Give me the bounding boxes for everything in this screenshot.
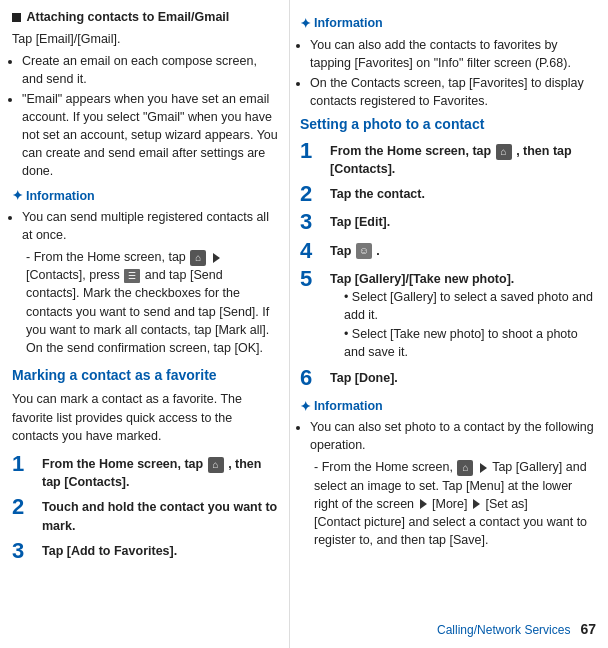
footer-section: Calling/Network Services bbox=[437, 621, 570, 639]
info3-dash3: [More] bbox=[432, 497, 467, 511]
right-step4: 4 Tap ☺ . bbox=[300, 239, 596, 263]
section2-title: Marking a contact as a favorite bbox=[12, 365, 279, 386]
arrow-icon2 bbox=[480, 463, 487, 473]
bullets1-list: Create an email on each compose screen, … bbox=[12, 52, 279, 181]
left-step3-num: 3 bbox=[12, 539, 38, 563]
right-step5: 5 Tap [Gallery]/[Take new photo]. Select… bbox=[300, 267, 596, 363]
info1-bullet1: You can send multiple registered contact… bbox=[22, 208, 279, 244]
right-step2-num: 2 bbox=[300, 182, 326, 206]
left-step3-bold: Tap [Add to Favorites]. bbox=[42, 544, 177, 558]
arrow-icon4 bbox=[473, 499, 480, 509]
home-icon2: ⌂ bbox=[208, 457, 224, 473]
info1-header-text: Information bbox=[26, 187, 95, 206]
right-step5-bold: Tap [Gallery]/[Take new photo]. bbox=[330, 270, 596, 288]
right-step1-num: 1 bbox=[300, 139, 326, 163]
info1-header: ✦ Information bbox=[12, 186, 279, 206]
bullet1-item1: Create an email on each compose screen, … bbox=[22, 52, 279, 88]
left-step3: 3 Tap [Add to Favorites]. bbox=[12, 539, 279, 563]
left-column: Attaching contacts to Email/Gmail Tap [E… bbox=[0, 0, 290, 648]
left-step1-num: 1 bbox=[12, 452, 38, 476]
heading1-sub: Tap [Email]/[Gmail]. bbox=[12, 30, 279, 49]
heading1-text: Attaching contacts to Email/Gmail bbox=[26, 10, 229, 24]
left-step2-bold: Touch and hold the contact you want to m… bbox=[42, 500, 277, 532]
left-step1-bold: From the Home screen, tap ⌂ , then tap [… bbox=[42, 457, 261, 489]
right-step1: 1 From the Home screen, tap ⌂ , then tap… bbox=[300, 139, 596, 178]
section2-body: You can mark a contact as a favorite. Th… bbox=[12, 390, 279, 446]
right-step2: 2 Tap the contact. bbox=[300, 182, 596, 206]
info3-bullets: You can also set photo to a contact by t… bbox=[300, 418, 596, 454]
arrow-icon3 bbox=[420, 499, 427, 509]
right-step5-sub1: Select [Gallery] to select a saved photo… bbox=[330, 288, 596, 324]
info2-header: ✦ Information bbox=[300, 14, 596, 34]
right-step1-text1: From the Home screen, tap bbox=[330, 144, 491, 158]
arrow-icon1 bbox=[213, 253, 220, 263]
black-square-icon bbox=[12, 13, 21, 22]
bullet1-item2: "Email" appears when you have set an ema… bbox=[22, 90, 279, 181]
info3-bullet1: You can also set photo to a contact by t… bbox=[310, 418, 596, 454]
info1-dash-text1: From the Home screen, tap bbox=[34, 250, 186, 264]
left-heading1: Attaching contacts to Email/Gmail bbox=[12, 8, 279, 27]
left-step2-text: Touch and hold the contact you want to m… bbox=[42, 495, 279, 534]
info2-header-text: Information bbox=[314, 14, 383, 33]
info3-dash1: From the Home screen, bbox=[322, 460, 453, 474]
right-step6-text: Tap [Done]. bbox=[330, 366, 398, 387]
right-step3: 3 Tap [Edit]. bbox=[300, 210, 596, 234]
info3-diamond-icon: ✦ bbox=[300, 397, 311, 417]
menu-icon: ☰ bbox=[124, 269, 140, 283]
right-step4-text1: Tap bbox=[330, 244, 351, 258]
left-step1: 1 From the Home screen, tap ⌂ , then tap… bbox=[12, 452, 279, 491]
left-step1-text1: From the Home screen, tap bbox=[42, 457, 203, 471]
home-icon4: ⌂ bbox=[457, 460, 473, 476]
home-icon: ⌂ bbox=[190, 250, 206, 266]
right-step4-bold: Tap ☺ . bbox=[330, 244, 380, 258]
left-step2-num: 2 bbox=[12, 495, 38, 519]
info2-bullets: You can also add the contacts to favorit… bbox=[300, 36, 596, 111]
left-step1-text: From the Home screen, tap ⌂ , then tap [… bbox=[42, 452, 279, 491]
right-step1-text: From the Home screen, tap ⌂ , then tap [… bbox=[330, 139, 596, 178]
footer-pagenum: 67 bbox=[580, 619, 596, 640]
right-step5-text: Tap [Gallery]/[Take new photo]. Select [… bbox=[330, 267, 596, 363]
right-column: ✦ Information You can also add the conta… bbox=[290, 0, 608, 648]
info3-dash4: [Set as] bbox=[485, 497, 527, 511]
info2-diamond-icon: ✦ bbox=[300, 14, 311, 34]
right-step5-num: 5 bbox=[300, 267, 326, 291]
person-icon: ☺ bbox=[356, 243, 372, 259]
info1-diamond-icon: ✦ bbox=[12, 186, 23, 206]
page-footer: Calling/Network Services 67 bbox=[437, 619, 596, 640]
info1-bullets: You can send multiple registered contact… bbox=[12, 208, 279, 244]
info1-dash: From the Home screen, tap ⌂ [Contacts], … bbox=[12, 248, 279, 357]
info3-dash5: [Contact picture] and select a contact y… bbox=[314, 515, 587, 547]
right-step3-num: 3 bbox=[300, 210, 326, 234]
info1-dash-text2: [Contacts], press bbox=[26, 268, 120, 282]
right-step6-num: 6 bbox=[300, 366, 326, 390]
left-step3-text: Tap [Add to Favorites]. bbox=[42, 539, 177, 560]
home-icon3: ⌂ bbox=[496, 144, 512, 160]
right-step4-text: Tap ☺ . bbox=[330, 239, 380, 260]
right-step6: 6 Tap [Done]. bbox=[300, 366, 596, 390]
left-step2: 2 Touch and hold the contact you want to… bbox=[12, 495, 279, 534]
right-step3-text: Tap [Edit]. bbox=[330, 210, 390, 231]
info2-bullet2: On the Contacts screen, tap [Favorites] … bbox=[310, 74, 596, 110]
info3-dash: From the Home screen, ⌂ Tap [Gallery] an… bbox=[300, 458, 596, 549]
right-step5-sub2: Select [Take new photo] to shoot a photo… bbox=[330, 325, 596, 361]
section3-title: Setting a photo to a contact bbox=[300, 114, 596, 135]
info3-header-text: Information bbox=[314, 397, 383, 416]
right-step4-num: 4 bbox=[300, 239, 326, 263]
right-step1-bold: From the Home screen, tap ⌂ , then tap [… bbox=[330, 144, 572, 176]
info3-header: ✦ Information bbox=[300, 397, 596, 417]
right-step2-text: Tap the contact. bbox=[330, 182, 425, 203]
info2-bullet1: You can also add the contacts to favorit… bbox=[310, 36, 596, 72]
